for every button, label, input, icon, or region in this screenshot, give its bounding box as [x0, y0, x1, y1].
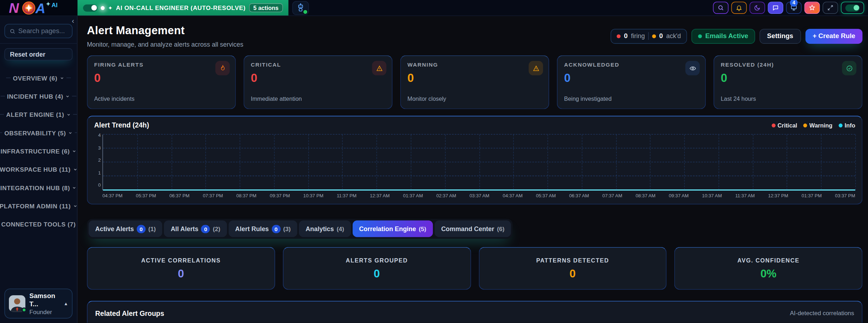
tabbar: Active Alerts0(1) All Alerts0(2) Alert R… — [87, 219, 513, 239]
stat-card-firing: FIRING ALERTS 0 Active incidents — [87, 56, 236, 109]
nav-label: OBSERVABILITY (5) — [4, 129, 66, 136]
bell-icon — [736, 4, 742, 11]
expand-icon — [827, 4, 834, 11]
toggle-knob — [91, 5, 97, 11]
ai-oncall-banner: ✦ AI ON-CALL ENGINEER (AUTO-RESOLVE) 5 a… — [78, 0, 289, 16]
user-menu[interactable]: Samson T... Founder ▲ — [4, 289, 72, 319]
toggle-knob — [853, 5, 859, 11]
alert-triangle-icon — [528, 61, 543, 75]
tab-label: Active Alerts — [95, 225, 134, 232]
firing-count: 0 — [624, 32, 627, 40]
stat-label: WARNING — [407, 62, 542, 68]
nav-label: CONNECTED TOOLS (7) — [1, 221, 75, 228]
ai-assistant-robot-button[interactable] — [293, 1, 309, 15]
corr-value: 0 — [569, 267, 575, 280]
status-glow-dot — [101, 6, 105, 10]
stat-label: ACKNOWLEDGED — [564, 62, 699, 68]
actions-count-badge[interactable]: 5 actions — [249, 3, 283, 12]
sparkle-icon: ✦ — [108, 5, 112, 11]
dark-mode-button[interactable] — [749, 2, 765, 14]
eye-icon — [685, 61, 700, 75]
sidebar-item-platform-admin[interactable]: PLATFORM ADMIN (11) — [0, 197, 77, 215]
tab-active-alerts[interactable]: Active Alerts0(1) — [89, 220, 162, 237]
fullscreen-button[interactable] — [822, 2, 838, 14]
emails-active-badge[interactable]: Emails Active — [691, 28, 755, 43]
nav-label: INFRASTRUCTURE (6) — [0, 148, 70, 155]
ai-oncall-toggle[interactable] — [83, 4, 97, 11]
stat-label: RESOLVED (24H) — [721, 62, 855, 68]
legend-label: Info — [845, 122, 855, 129]
corr-value: 0 — [374, 267, 380, 280]
sidebar-item-overview[interactable]: OVERVIEW (6) — [0, 69, 77, 87]
app-logo[interactable]: N A AI — [0, 0, 78, 16]
alert-trend-chart-card: Alert Trend (24h) Critical Warning Info … — [87, 116, 862, 204]
sidebar-item-incident-hub[interactable]: INCIDENT HUB (4) — [0, 87, 77, 105]
tab-correlation-engine[interactable]: Correlation Engine(5) — [352, 220, 433, 237]
legend-info: Info — [838, 122, 855, 129]
noa-ai-logo-icon: N A AI — [8, 0, 70, 15]
legend-dot-icon — [803, 123, 807, 127]
card-active-correlations: ACTIVE CORRELATIONS 0 — [87, 247, 275, 290]
global-toggle[interactable] — [841, 2, 864, 14]
stat-caption: Last 24 hours — [721, 95, 855, 103]
sidebar-search[interactable] — [4, 24, 72, 38]
tab-all-alerts[interactable]: All Alerts0(2) — [164, 220, 227, 237]
chart-header: Alert Trend (24h) Critical Warning Info — [94, 121, 855, 129]
corr-value: 0 — [178, 267, 184, 280]
stat-label: CRITICAL — [251, 62, 385, 68]
stat-caption: Immediate attention — [251, 95, 385, 103]
flame-icon — [215, 61, 230, 75]
svg-text:N: N — [9, 0, 19, 15]
legend-dot-icon — [772, 123, 775, 127]
favorites-button[interactable] — [804, 2, 820, 14]
chevron-down-icon — [72, 185, 77, 189]
tab-label: Correlation Engine — [359, 225, 416, 232]
tab-label: Alert Rules — [235, 225, 269, 232]
stat-card-warning: WARNING 0 Monitor closely — [400, 56, 549, 109]
sidebar-item-infrastructure[interactable]: INFRASTRUCTURE (6) — [0, 142, 77, 160]
settings-button[interactable]: Settings — [759, 28, 801, 43]
search-button[interactable] — [713, 2, 728, 14]
emails-label: Emails Active — [705, 32, 748, 40]
nav-label: ALERT ENGINE (1) — [6, 111, 64, 118]
sidebar-divider — [0, 43, 77, 44]
legend-label: Warning — [809, 122, 832, 129]
card-patterns-detected: PATTERNS DETECTED 0 — [479, 247, 667, 290]
corr-value: 0% — [761, 267, 777, 280]
tab-analytics[interactable]: Analytics(4) — [299, 220, 351, 237]
chart-x-labels: 04:37 PM05:37 PM06:37 PM07:37 PM08:37 PM… — [102, 193, 855, 198]
chat-button[interactable] — [768, 2, 783, 14]
tab-label: All Alerts — [171, 225, 199, 232]
robot-status-dot — [303, 9, 308, 14]
sidebar-collapse-button[interactable]: ‹ — [72, 17, 74, 25]
stat-card-critical: CRITICAL 0 Immediate attention — [243, 56, 392, 109]
online-status-dot — [22, 308, 27, 313]
sidebar: ‹ Reset order OVERVIEW (6) INCIDENT HUB … — [0, 16, 78, 323]
related-alert-groups-card: Related Alert Groups AI-detected correla… — [87, 301, 862, 323]
sidebar-item-workspace-hub[interactable]: WORKSPACE HUB (11) — [0, 160, 77, 178]
acked-count: 0 — [659, 32, 663, 40]
reset-order-button[interactable]: Reset order — [4, 48, 72, 60]
stat-card-resolved: RESOLVED (24H) 0 Last 24 hours — [714, 56, 862, 109]
tab-count: (6) — [497, 225, 505, 232]
legend-warning: Warning — [803, 122, 832, 129]
create-rule-button[interactable]: + Create Rule — [805, 28, 862, 43]
tab-alert-rules[interactable]: Alert Rules0(3) — [228, 220, 297, 237]
tab-command-center[interactable]: Command Center(6) — [435, 220, 511, 237]
devices-button[interactable]: 4 — [786, 2, 802, 14]
tab-count: (3) — [283, 225, 291, 232]
notifications-button[interactable] — [731, 2, 747, 14]
sidebar-nav: OVERVIEW (6) INCIDENT HUB (4) ALERT ENGI… — [0, 69, 77, 233]
sidebar-item-connected-tools[interactable]: CONNECTED TOOLS (7) — [0, 215, 77, 233]
chevron-down-icon — [66, 112, 70, 116]
caret-up-icon: ▲ — [64, 301, 68, 306]
sidebar-item-integration-hub[interactable]: INTEGRATION HUB (8) — [0, 178, 77, 197]
card-alerts-grouped: ALERTS GROUPED 0 — [283, 247, 470, 290]
sidebar-item-alert-engine[interactable]: ALERT ENGINE (1) — [0, 105, 77, 124]
search-input[interactable] — [18, 27, 67, 35]
search-icon — [9, 28, 15, 34]
sidebar-item-observability[interactable]: OBSERVABILITY (5) — [0, 124, 77, 142]
moon-icon — [754, 4, 761, 11]
tab-count: (4) — [337, 225, 344, 232]
topbar: N A AI ✦ AI ON-CALL ENGINEER (AUTO-RESOL… — [0, 0, 868, 16]
